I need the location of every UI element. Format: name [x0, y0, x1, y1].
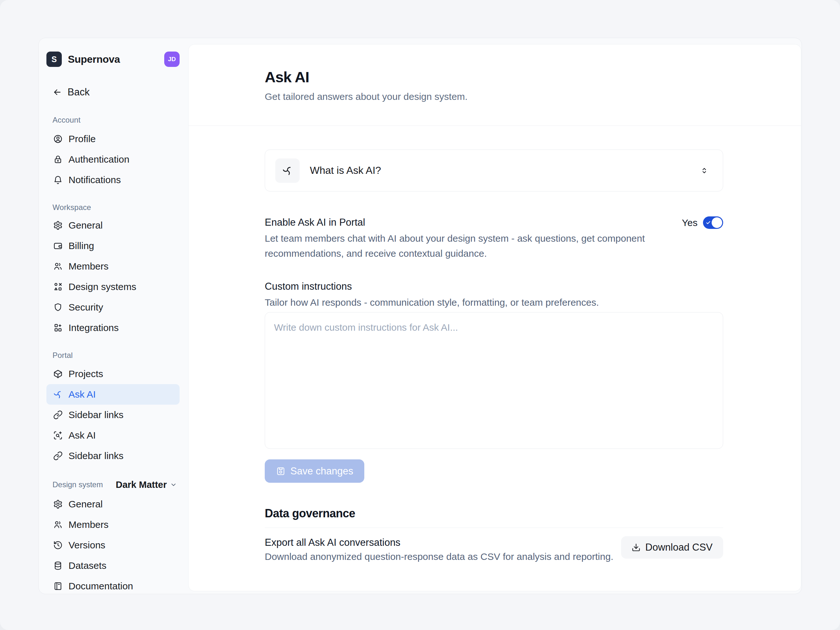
- sidebar-item-label: Ask AI: [68, 389, 96, 400]
- custom-instructions-block: Custom instructions Tailor how AI respon…: [265, 280, 723, 449]
- design-system-row: Design system Dark Matter: [46, 480, 180, 490]
- gear-icon: [53, 221, 63, 230]
- chevrons-up-down-icon[interactable]: [700, 166, 709, 175]
- sidebar-item-label: Sidebar links: [68, 450, 123, 461]
- workspace-header: S Supernova JD: [46, 52, 180, 67]
- sidebar: S Supernova JD Back Account Profile: [39, 38, 188, 594]
- save-icon: [276, 466, 286, 476]
- gear-icon: [53, 499, 63, 509]
- sidebar-item-label: Profile: [68, 134, 96, 144]
- custom-instructions-input[interactable]: [265, 312, 723, 449]
- sidebar-item-profile[interactable]: Profile: [46, 129, 180, 149]
- bell-icon: [53, 175, 63, 185]
- sidebar-item-members[interactable]: Members: [46, 256, 180, 276]
- sidebar-item-label: Projects: [68, 368, 103, 379]
- section-label-portal: Portal: [46, 351, 180, 360]
- what-is-ask-ai-card[interactable]: What is Ask AI?: [265, 150, 723, 191]
- sidebar-item-ds-general[interactable]: General: [46, 494, 180, 515]
- enable-ask-ai-title: Enable Ask AI in Portal: [265, 216, 660, 229]
- sidebar-item-label: Members: [68, 519, 109, 530]
- users-icon: [53, 520, 63, 529]
- sidebar-item-ask-ai-2[interactable]: Ask AI: [46, 425, 180, 445]
- sidebar-item-ds-documentation[interactable]: Documentation: [46, 576, 180, 594]
- wallet-icon: [53, 241, 63, 251]
- chevron-down-icon: [170, 481, 177, 488]
- ai-swirl-tile: [275, 158, 300, 183]
- sidebar-item-integrations[interactable]: Integrations: [46, 317, 180, 338]
- sidebar-item-label: Documentation: [68, 581, 133, 592]
- sidebar-item-ds-datasets[interactable]: Datasets: [46, 556, 180, 576]
- history-icon: [53, 540, 63, 550]
- back-button[interactable]: Back: [46, 85, 180, 99]
- custom-instructions-description: Tailor how AI responds - communication s…: [265, 295, 660, 310]
- users-icon: [53, 262, 63, 271]
- workspace-logo-letter: S: [52, 55, 57, 64]
- section-divider: [265, 527, 723, 528]
- sidebar-item-label: Design systems: [68, 281, 136, 292]
- sidebar-item-label: Authentication: [68, 154, 129, 165]
- database-icon: [53, 561, 63, 570]
- user-initials: JD: [168, 56, 176, 63]
- export-conversations-description: Download anonymized question-response da…: [265, 551, 613, 563]
- export-conversations-row: Export all Ask AI conversations Download…: [265, 536, 723, 563]
- sidebar-item-label: General: [68, 220, 103, 231]
- settings-window: S Supernova JD Back Account Profile: [38, 38, 802, 594]
- section-label-design-system: Design system: [52, 480, 103, 489]
- arrow-left-icon: [52, 87, 62, 97]
- section-label-workspace: Workspace: [46, 203, 180, 212]
- page-title: Ask AI: [265, 68, 723, 86]
- design-system-selector[interactable]: Dark Matter: [115, 480, 177, 490]
- enable-ask-ai-row: Enable Ask AI in Portal Let team members…: [265, 216, 723, 261]
- sidebar-item-label: Sidebar links: [68, 409, 123, 420]
- sidebar-item-label: General: [68, 499, 103, 510]
- page-subtitle: Get tailored answers about your design s…: [265, 91, 723, 103]
- user-avatar[interactable]: JD: [164, 52, 180, 67]
- download-icon: [632, 543, 641, 552]
- blocks-plus-icon: [53, 323, 63, 333]
- toggle-knob: [712, 217, 722, 228]
- design-system-selected-value: Dark Matter: [115, 480, 167, 490]
- save-changes-button[interactable]: Save changes: [265, 459, 364, 483]
- sidebar-item-projects[interactable]: Projects: [46, 364, 180, 384]
- user-circle-icon: [53, 134, 63, 144]
- sidebar-item-label: Billing: [68, 240, 94, 251]
- ai-swirl-icon: [282, 165, 293, 176]
- ai-swirl-icon: [53, 390, 63, 399]
- export-conversations-title: Export all Ask AI conversations: [265, 536, 613, 549]
- sidebar-item-label: Security: [68, 302, 103, 313]
- scan-search-icon: [53, 431, 63, 440]
- sidebar-item-label: Members: [68, 261, 109, 272]
- screen: S Supernova JD Back Account Profile: [0, 0, 840, 630]
- sidebar-item-billing[interactable]: Billing: [46, 235, 180, 256]
- sidebar-item-design-systems[interactable]: Design systems: [46, 276, 180, 297]
- sidebar-item-label: Notifications: [68, 174, 121, 185]
- back-label: Back: [68, 87, 90, 98]
- workspace-name: Supernova: [68, 54, 120, 65]
- sidebar-item-notifications[interactable]: Notifications: [46, 170, 180, 190]
- sidebar-item-authentication[interactable]: Authentication: [46, 149, 180, 170]
- main-panel: Ask AI Get tailored answers about your d…: [188, 44, 801, 591]
- sidebar-item-label: Ask AI: [68, 430, 96, 441]
- workspace-logo[interactable]: S: [46, 52, 62, 67]
- sidebar-item-label: Datasets: [68, 560, 106, 571]
- enable-toggle-group: Yes: [682, 216, 723, 229]
- download-csv-button[interactable]: Download CSV: [621, 536, 723, 559]
- sidebar-item-general[interactable]: General: [46, 215, 180, 235]
- sidebar-item-label: Integrations: [68, 322, 119, 333]
- sidebar-item-sidebar-links-2[interactable]: Sidebar links: [46, 445, 180, 466]
- box-icon: [53, 369, 63, 379]
- sidebar-item-ds-members[interactable]: Members: [46, 515, 180, 535]
- save-changes-label: Save changes: [291, 466, 353, 477]
- sidebar-item-sidebar-links[interactable]: Sidebar links: [46, 405, 180, 425]
- sidebar-item-ask-ai[interactable]: Ask AI: [46, 384, 180, 405]
- sidebar-item-security[interactable]: Security: [46, 297, 180, 317]
- lock-icon: [53, 155, 63, 164]
- sidebar-item-ds-versions[interactable]: Versions: [46, 535, 180, 556]
- link-icon: [53, 410, 63, 420]
- book-icon: [53, 581, 63, 591]
- section-label-account: Account: [46, 115, 180, 125]
- what-is-ask-ai-label: What is Ask AI?: [310, 164, 381, 176]
- settings-content: What is Ask AI? Enable Ask AI in Portal …: [189, 150, 801, 563]
- enable-ask-ai-toggle[interactable]: [703, 216, 723, 229]
- custom-instructions-title: Custom instructions: [265, 280, 723, 293]
